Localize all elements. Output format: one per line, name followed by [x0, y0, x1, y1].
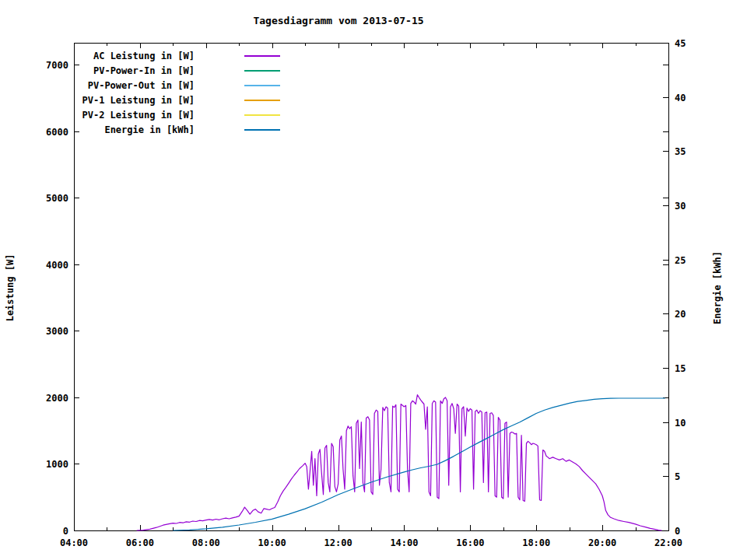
- x-tick-label: 10:00: [258, 537, 286, 548]
- y-right-tick-label: 45: [675, 38, 686, 49]
- y-right-tick-label: 15: [675, 363, 686, 374]
- x-tick-label: 18:00: [522, 537, 550, 548]
- x-tick-label: 08:00: [192, 537, 220, 548]
- chart-plot-area: 04:0006:0008:0010:0012:0014:0016:0018:00…: [46, 38, 686, 549]
- chart-page: Tagesdiagramm vom 2013-07-15 Leistung [W…: [0, 0, 747, 560]
- series-energie-in-kwh: [173, 398, 665, 530]
- chart-title: Tagesdiagramm vom 2013-07-15: [253, 15, 423, 26]
- x-tick-label: 20:00: [588, 537, 616, 548]
- y-right-tick-label: 5: [675, 471, 680, 482]
- legend-label: Energie in [kWh]: [104, 124, 195, 135]
- y-left-tick-label: 5000: [46, 193, 68, 204]
- x-tick-label: 14:00: [390, 537, 418, 548]
- tagesdiagramm-chart: Tagesdiagramm vom 2013-07-15 Leistung [W…: [0, 0, 747, 560]
- legend-label: PV-1 Leistung in [W]: [82, 95, 195, 106]
- y-left-tick-label: 1000: [46, 459, 68, 470]
- y-right-tick-label: 35: [675, 146, 686, 157]
- y-left-tick-label: 4000: [46, 260, 68, 271]
- x-tick-label: 22:00: [654, 537, 682, 548]
- y-right-tick-label: 40: [675, 93, 686, 103]
- y-right-tick-label: 10: [675, 418, 686, 429]
- legend-label: PV-Power-In in [W]: [93, 65, 195, 76]
- x-tick-label: 06:00: [126, 537, 154, 548]
- x-tick-label: 04:00: [60, 537, 88, 548]
- y-right-tick-label: 20: [675, 309, 686, 320]
- x-tick-label: 16:00: [456, 537, 484, 548]
- y-right-tick-label: 30: [675, 201, 686, 212]
- legend-label: AC Leistung in [W]: [93, 51, 195, 61]
- y-left-tick-label: 6000: [46, 127, 68, 138]
- y-right-axis-label: Energie [kWh]: [712, 251, 723, 324]
- y-left-tick-label: 3000: [46, 326, 68, 337]
- series-ac-leistung-in-w: [137, 395, 662, 530]
- x-tick-label: 12:00: [324, 537, 352, 548]
- y-left-tick-label: 0: [63, 526, 68, 537]
- legend-label: PV-2 Leistung in [W]: [82, 110, 195, 121]
- y-right-tick-label: 0: [675, 526, 680, 537]
- y-left-axis-label: Leistung [W]: [5, 254, 16, 322]
- y-left-tick-label: 2000: [46, 393, 68, 404]
- legend-label: PV-Power-Out in [W]: [88, 80, 195, 91]
- y-left-tick-label: 7000: [46, 60, 68, 71]
- y-right-tick-label: 25: [675, 255, 686, 266]
